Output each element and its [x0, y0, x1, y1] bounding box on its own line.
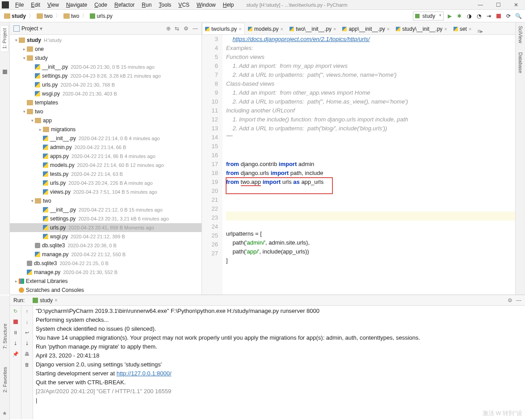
editor-tab[interactable]: set×: [450, 23, 475, 34]
tree-row[interactable]: ▸migrations: [10, 125, 202, 134]
tree-row[interactable]: db.sqlite32020-04-22 21:25, 0 B: [10, 259, 202, 268]
profile-icon[interactable]: ◔: [475, 12, 483, 20]
tree-row[interactable]: Scratches and Consoles: [10, 286, 202, 295]
menu-edit[interactable]: Edit: [27, 1, 44, 9]
tree-row[interactable]: settings.py2020-04-23 20:31, 3.21 kB 6 m…: [10, 214, 202, 223]
tree-row[interactable]: ▾two: [10, 107, 202, 116]
settings-icon[interactable]: ⚙: [184, 25, 189, 32]
tree-toggle-icon[interactable]: ▾: [29, 118, 35, 123]
code-editor[interactable]: 3456789101112131415161718192021222324252…: [202, 35, 525, 295]
tree-row[interactable]: db.sqlite32020-04-23 20:38, 0 B: [10, 241, 202, 250]
tree-row[interactable]: __init__.py2020-04-22 21:14, 0 B 4 minut…: [10, 134, 202, 143]
menu-refactor[interactable]: Refactor: [111, 1, 138, 9]
editor-tab[interactable]: app\__init__.py×: [339, 23, 393, 34]
close-tab-icon[interactable]: ×: [387, 26, 390, 32]
print-icon[interactable]: 🖶: [24, 350, 31, 358]
exit-icon[interactable]: ⤓: [12, 340, 19, 347]
close-tab-icon[interactable]: ×: [239, 26, 241, 32]
tree-row[interactable]: urls.py2020-04-23 20:41, 858 B Moments a…: [10, 223, 202, 232]
tree-row[interactable]: wsgi.py2020-04-22 21:12, 399 B: [10, 232, 202, 241]
close-tab-icon[interactable]: ×: [469, 26, 471, 32]
breadcrumb-item[interactable]: two: [35, 12, 54, 20]
up-icon[interactable]: ↑: [24, 308, 31, 315]
breadcrumb-item[interactable]: study: [3, 12, 27, 20]
tree-toggle-icon[interactable]: ▸: [13, 279, 19, 283]
tree-row[interactable]: ▸one: [10, 45, 202, 54]
dropdown-icon[interactable]: ▾: [40, 25, 42, 32]
run-settings-icon[interactable]: ⚙: [508, 297, 512, 304]
code-content[interactable]: https://docs.djangoproject.com/en/2.1/to…: [223, 35, 525, 295]
run-configuration-select[interactable]: study: [413, 12, 444, 21]
hide-icon[interactable]: —: [193, 25, 198, 32]
tree-row[interactable]: manage.py2020-04-22 21:12, 550 B: [10, 250, 202, 259]
tree-row[interactable]: urls.py2020-04-23 20:24, 226 B A minute …: [10, 179, 202, 187]
structure-tool-tab[interactable]: 7: Structure: [2, 324, 8, 349]
menu-file[interactable]: File: [12, 1, 27, 9]
close-tab-icon[interactable]: ×: [55, 297, 58, 304]
stop-run-icon[interactable]: [12, 318, 19, 325]
tree-toggle-icon[interactable]: ▾: [13, 38, 19, 42]
favorites-tool-tab[interactable]: 2: Favorites: [2, 367, 8, 392]
breadcrumb-item[interactable]: two: [62, 12, 81, 20]
close-tab-icon[interactable]: ×: [444, 26, 447, 32]
project-tree[interactable]: ▾studyH:\study▸one▾study__init__.py2020-…: [10, 35, 202, 295]
tree-row[interactable]: views.py2020-04-23 7:51, 104 B 5 minutes…: [10, 187, 202, 196]
editor-tab[interactable]: two\urls.py×: [202, 23, 245, 34]
menu-navigate[interactable]: Navigate: [63, 1, 91, 9]
stop-icon[interactable]: [495, 12, 503, 20]
more-tabs-icon[interactable]: ≡▸: [475, 28, 486, 34]
locate-icon[interactable]: ⊕: [166, 25, 171, 32]
close-tab-icon[interactable]: ×: [281, 26, 283, 32]
tree-row[interactable]: manage.py2020-04-20 21:30, 552 B: [10, 268, 202, 277]
update-icon[interactable]: ⟳: [504, 12, 512, 20]
project-tool-tab[interactable]: 1: Project: [1, 25, 8, 52]
tree-row[interactable]: models.py2020-04-22 21:14, 60 B 12 minut…: [10, 161, 202, 170]
console-output[interactable]: "D:\pycharm\PyCharm 2019.3.1\bin\runnerw…: [33, 306, 525, 419]
breadcrumb-item[interactable]: urls.py: [88, 12, 113, 20]
tree-row[interactable]: wsgi.py2020-04-20 21:30, 403 B: [10, 89, 202, 98]
run-tab-study[interactable]: study ×: [30, 296, 60, 304]
tree-row[interactable]: tests.py2020-04-22 21:14, 63 B: [10, 170, 202, 179]
run-icon[interactable]: ▶: [445, 12, 454, 20]
tree-toggle-icon[interactable]: ▾: [21, 109, 27, 114]
attach-icon[interactable]: ⇥: [485, 12, 493, 20]
rerun-icon[interactable]: ↻: [12, 308, 19, 315]
tree-row[interactable]: ▾app: [10, 116, 202, 125]
menu-view[interactable]: View: [44, 1, 63, 9]
menu-run[interactable]: Run: [138, 1, 155, 9]
menu-window[interactable]: Window: [193, 1, 219, 9]
editor-tab[interactable]: study\__init__.py×: [393, 23, 450, 34]
menu-help[interactable]: Help: [219, 1, 238, 9]
debug-icon[interactable]: ✱: [455, 12, 463, 20]
pin-icon[interactable]: 📌: [12, 350, 19, 358]
minimize-button[interactable]: —: [471, 0, 489, 10]
tree-row[interactable]: ▾study: [10, 54, 202, 62]
menu-code[interactable]: Code: [91, 1, 111, 9]
down-icon[interactable]: ↓: [24, 318, 31, 325]
tree-row[interactable]: ▾two: [10, 196, 202, 205]
tree-row[interactable]: urls.py2020-04-20 21:30, 768 B: [10, 80, 202, 89]
database-tool-tab[interactable]: Database: [518, 52, 523, 73]
tree-toggle-icon[interactable]: ▾: [29, 199, 35, 203]
sciview-tool-tab[interactable]: SciView: [518, 26, 523, 43]
maximize-button[interactable]: ☐: [489, 0, 507, 10]
editor-tab[interactable]: models.py×: [245, 23, 286, 34]
tree-row[interactable]: ▾studyH:\study: [10, 36, 202, 45]
tree-row[interactable]: ▸External Libraries: [10, 277, 202, 286]
search-icon[interactable]: 🔍: [514, 12, 522, 20]
menu-tools[interactable]: Tools: [155, 1, 175, 9]
tree-toggle-icon[interactable]: ▸: [21, 47, 27, 51]
tree-toggle-icon[interactable]: ▸: [38, 127, 43, 132]
menu-vcs[interactable]: VCS: [175, 1, 193, 9]
coverage-icon[interactable]: ◑: [465, 12, 473, 20]
clear-icon[interactable]: 🗑: [24, 361, 31, 368]
tree-toggle-icon[interactable]: ▾: [21, 56, 27, 60]
tree-row[interactable]: settings.py2020-04-23 8:28, 3.28 kB 21 m…: [10, 71, 202, 80]
tree-row[interactable]: apps.py2020-04-22 21:14, 86 B 4 minutes …: [10, 152, 202, 161]
collapse-icon[interactable]: ⇆: [175, 25, 179, 32]
tree-row[interactable]: templates: [10, 98, 202, 107]
close-tab-icon[interactable]: ×: [333, 26, 336, 32]
tree-row[interactable]: __init__.py2020-04-20 21:30, 0 B 15 minu…: [10, 62, 202, 71]
softwrap-icon[interactable]: ↩: [24, 329, 31, 336]
tree-row[interactable]: admin.py2020-04-22 21:14, 66 B: [10, 143, 202, 152]
